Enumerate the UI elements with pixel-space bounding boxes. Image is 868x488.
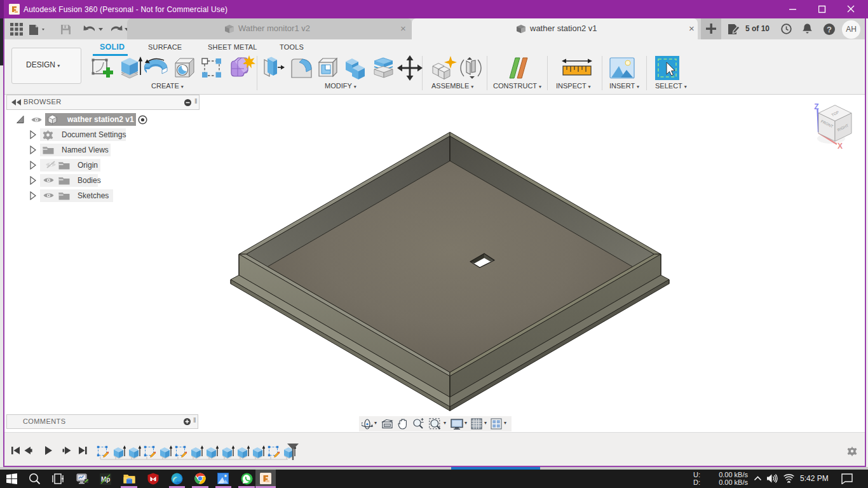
svg-text:X: X: [837, 142, 843, 151]
svg-text:Z: Z: [814, 102, 818, 111]
